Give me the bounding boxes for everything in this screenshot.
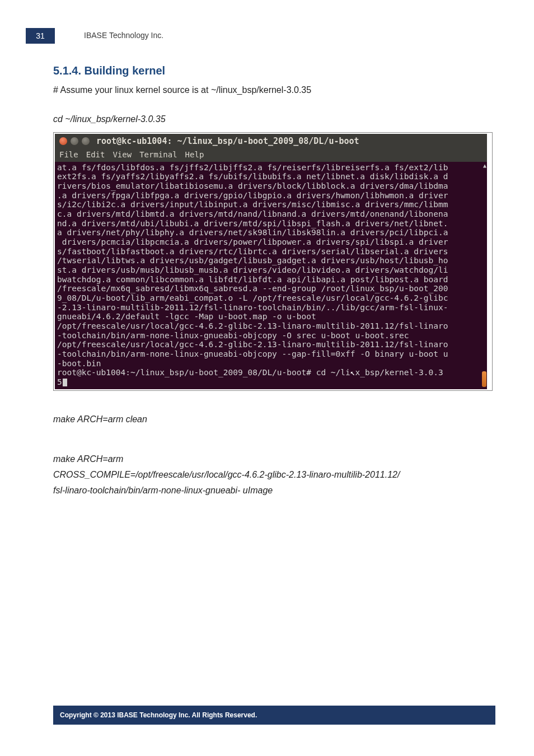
scrollbar-track[interactable]: ▲ — [481, 162, 487, 389]
text-cursor — [63, 379, 67, 386]
term-line: drivers/pcmcia/libpcmcia.a drivers/power… — [57, 237, 448, 246]
terminal-titlebar: root@kc-ub1004: ~/linux_bsp/u-boot_2009_… — [55, 134, 487, 148]
page-number: 31 — [36, 31, 45, 40]
footer-text: Copyright © 2013 IBASE Technology Inc. A… — [60, 711, 257, 719]
term-line: c.a drivers/mtd/libmtd.a drivers/mtd/nan… — [57, 209, 448, 218]
mouse-cursor-icon: ↖ — [350, 368, 355, 377]
term-line: st.a drivers/usb/musb/libusb_musb.a driv… — [57, 265, 448, 274]
page-content: 5.1.4. Building kernel # Assume your lin… — [53, 64, 495, 503]
assume-line: # Assume your linux kernel source is at … — [53, 85, 495, 95]
term-line: /twserial/libtws.a drivers/usb/gadget/li… — [57, 256, 448, 265]
term-line: rivers/bios_emulator/libatibiosemu.a dri… — [57, 181, 448, 190]
terminal-menubar: File Edit View Terminal Help — [55, 148, 487, 162]
term-line: /freescale/mx6q_sabresd/libmx6q_sabresd.… — [57, 284, 448, 293]
menu-edit[interactable]: Edit — [86, 150, 105, 159]
term-line: x_bsp/kernel-3.0.3 — [355, 368, 443, 377]
term-line: bwatchdog.a common/libcommon.a libfdt/li… — [57, 275, 448, 284]
scroll-thumb[interactable] — [482, 371, 486, 387]
cmd-make-line3: fsl-linaro-toolchain/bin/arm-none-linux-… — [53, 483, 495, 498]
close-icon[interactable] — [59, 137, 67, 145]
term-line: /opt/freescale/usr/local/gcc-4.6.2-glibc… — [57, 340, 448, 349]
section-heading: 5.1.4. Building kernel — [53, 64, 495, 77]
term-line: s/fastboot/libfastboot.a drivers/rtc/lib… — [57, 247, 448, 256]
company-header: IBASE Technology Inc. — [84, 31, 163, 40]
term-line: 9_08/DL/u-boot/lib_arm/eabi_compat.o -L … — [57, 293, 448, 302]
term-line: -toolchain/bin/arm-none-linux-gnueabi-ob… — [57, 331, 409, 340]
menu-view[interactable]: View — [113, 150, 132, 159]
term-line: s/i2c/libi2c.a drivers/input/libinput.a … — [57, 200, 448, 209]
cmd-make-clean: make ARCH=arm clean — [53, 412, 495, 427]
term-line: -2.13-linaro-multilib-2011.12/fsl-linaro… — [57, 303, 448, 312]
cmd-make-line1: make ARCH=arm — [53, 452, 495, 466]
cmd-make-line2: CROSS_COMPILE=/opt/freescale/usr/local/g… — [53, 468, 495, 482]
term-line: -toolchain/bin/arm-none-linux-gnueabi-ob… — [57, 349, 448, 358]
menu-help[interactable]: Help — [185, 150, 204, 159]
page-number-tab: 31 — [26, 28, 55, 44]
terminal-screenshot-frame: root@kc-ub1004: ~/linux_bsp/u-boot_2009_… — [53, 132, 493, 391]
term-line: .a drivers/fpga/libfpga.a drivers/gpio/l… — [57, 191, 448, 200]
minimize-icon[interactable] — [71, 137, 78, 145]
term-line: nd.a drivers/mtd/ubi/libubi.a drivers/mt… — [57, 219, 448, 228]
term-line: a drivers/net/phy/libphy.a drivers/net/s… — [57, 228, 448, 237]
footer-bar: Copyright © 2013 IBASE Technology Inc. A… — [53, 706, 495, 725]
menu-terminal[interactable]: Terminal — [139, 150, 177, 159]
term-line: gnueabi/4.6.2/default -lgcc -Map u-boot.… — [57, 312, 316, 321]
term-line: ext2fs.a fs/yaffs2/libyaffs2.a fs/ubifs/… — [57, 172, 448, 181]
term-line: root@kc-ub1004:~/linux_bsp/u-boot_2009_0… — [57, 368, 350, 377]
scroll-up-icon[interactable]: ▲ — [483, 162, 486, 169]
terminal-body[interactable]: at.a fs/fdos/libfdos.a fs/jffs2/libjffs2… — [55, 162, 487, 389]
term-line: /opt/freescale/usr/local/gcc-4.6.2-glibc… — [57, 321, 448, 330]
term-line: -boot.bin — [57, 359, 101, 368]
cmd-cd: cd ~/linux_bsp/kernel-3.0.35 — [53, 112, 495, 127]
term-line: 5 — [57, 377, 62, 386]
term-line: at.a fs/fdos/libfdos.a fs/jffs2/libjffs2… — [57, 163, 448, 172]
maximize-icon[interactable] — [82, 137, 90, 145]
terminal-title: root@kc-ub1004: ~/linux_bsp/u-boot_2009_… — [96, 136, 359, 146]
terminal-window: root@kc-ub1004: ~/linux_bsp/u-boot_2009_… — [55, 134, 487, 389]
menu-file[interactable]: File — [59, 150, 78, 159]
